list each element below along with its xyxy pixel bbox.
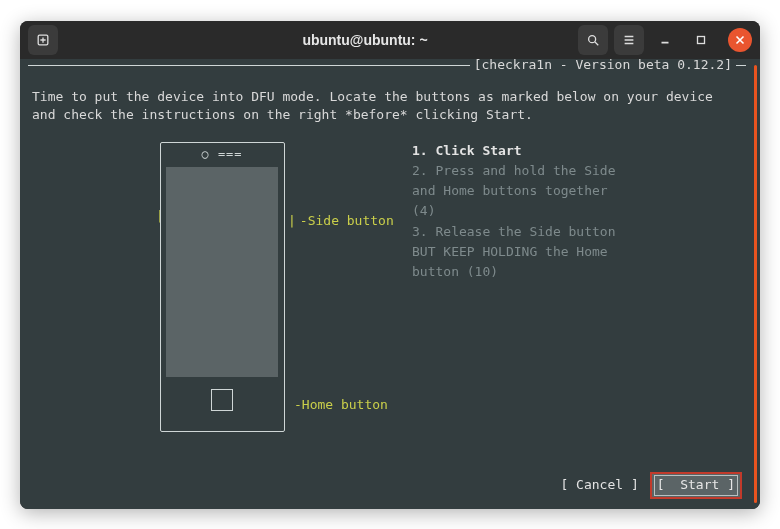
terminal-window: ubuntu@ubuntu: ~ [checkra1n - Version be… [20,21,760,509]
new-tab-button[interactable] [28,25,58,55]
instruction-steps: 1. Click Start 2. Press and hold the Sid… [412,142,742,432]
step-2-line2: and Home buttons together [412,182,742,200]
frame-title: [checkra1n - Version beta 0.12.2] [470,59,736,74]
intro-text: Time to put the device into DFU mode. Lo… [32,88,742,124]
window-title: ubuntu@ubuntu: ~ [198,32,532,48]
menu-button[interactable] [614,25,644,55]
cancel-button[interactable]: [ Cancel ] [557,474,641,496]
close-button[interactable] [728,28,752,52]
minimize-button[interactable] [650,25,680,55]
step-2-line3: (4) [412,202,742,220]
step-3-line2: BUT KEEP HOLDING the Home [412,243,742,261]
start-button-label: [ Start ] [654,475,738,495]
phone-outline: ○ === [160,142,285,432]
phone-top-icons: ○ === [201,143,242,167]
terminal-body: [checkra1n - Version beta 0.12.2] Time t… [20,59,760,509]
step-1: 1. Click Start [412,142,742,160]
svg-rect-2 [698,36,705,43]
device-diagram: | ○ === -Side button -Home button [32,142,412,432]
start-button[interactable]: [ Start ] [650,472,742,498]
step-3-line3: button (10) [412,263,742,281]
maximize-button[interactable] [686,25,716,55]
scrollbar[interactable] [754,65,757,503]
step-3-line1: 3. Release the Side button [412,223,742,241]
tui-frame: [checkra1n - Version beta 0.12.2] Time t… [28,65,746,432]
step-2-line1: 2. Press and hold the Side [412,162,742,180]
phone-screen [166,167,278,377]
search-button[interactable] [578,25,608,55]
side-button-label: -Side button [288,212,394,230]
titlebar: ubuntu@ubuntu: ~ [20,21,760,59]
home-button-label: -Home button [294,396,388,414]
dialog-buttons: [ Cancel ] [ Start ] [557,472,742,498]
home-button-icon [211,389,233,411]
svg-point-1 [589,35,596,42]
